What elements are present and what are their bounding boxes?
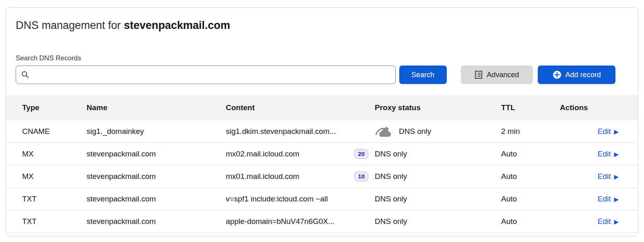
record-type: MX [22, 150, 87, 158]
record-content: apple-domain=bNuV47n6G0X... [226, 217, 334, 226]
advanced-button[interactable]: Advanced [461, 66, 533, 84]
proxy-cloud-icon [375, 125, 393, 137]
column-header-type: Type [22, 103, 87, 112]
column-header-name: Name [87, 103, 226, 112]
table-header-row: Type Name Content Proxy status TTL Actio… [6, 95, 638, 120]
search-button[interactable]: Search [399, 66, 447, 84]
record-name: stevenpackmail.com [87, 195, 226, 203]
priority-badge: 20 [354, 149, 368, 159]
record-content-cell: apple-domain=bNuV47n6G0X... [226, 217, 375, 226]
edit-link[interactable]: Edit ▶ [598, 172, 619, 181]
plus-circle-icon [553, 70, 561, 79]
record-content: mx01.mail.icloud.com [226, 172, 299, 181]
edit-link-label: Edit [598, 172, 611, 181]
proxy-status-label: DNS only [375, 172, 407, 181]
table-row: MX stevenpackmail.com mx02.mail.icloud.c… [6, 143, 638, 165]
record-name: stevenpackmail.com [87, 217, 226, 226]
edit-link[interactable]: Edit ▶ [598, 127, 619, 136]
record-content-cell: sig1.dkim.stevenpackmail.com... [226, 127, 375, 136]
record-ttl: Auto [501, 150, 560, 158]
record-content: v=spf1 include:icloud.com ~all [226, 195, 328, 203]
search-toolbar: Search Advanced Add record [16, 66, 615, 84]
record-actions-cell: Edit ▶ [560, 127, 619, 136]
dns-management-card: DNS management forstevenpackmail.com Sea… [6, 7, 638, 236]
search-button-label: Search [411, 71, 434, 79]
table-row: MX stevenpackmail.com mx01.mail.icloud.c… [6, 165, 638, 188]
page-title-prefix: DNS management for [16, 19, 121, 31]
column-header-actions: Actions [560, 103, 619, 112]
edit-arrow-icon: ▶ [614, 219, 619, 225]
record-type: TXT [22, 217, 87, 226]
dns-records-table: Type Name Content Proxy status TTL Actio… [6, 95, 638, 233]
search-box [16, 66, 396, 84]
edit-arrow-icon: ▶ [614, 196, 619, 202]
edit-link[interactable]: Edit ▶ [598, 195, 619, 203]
proxy-status-label: DNS only [375, 150, 407, 158]
record-content-cell: v=spf1 include:icloud.com ~all [226, 195, 375, 203]
proxy-status-cell: DNS only [375, 172, 501, 181]
proxy-status-cell: DNS only [375, 217, 501, 226]
edit-link-label: Edit [598, 150, 611, 158]
record-ttl: 2 min [501, 127, 560, 136]
record-actions-cell: Edit ▶ [560, 172, 619, 181]
record-actions-cell: Edit ▶ [560, 150, 619, 158]
column-header-content: Content [226, 103, 375, 112]
table-row: CNAME sig1._domainkey sig1.dkim.stevenpa… [6, 120, 638, 143]
edit-link-label: Edit [598, 217, 611, 226]
edit-arrow-icon: ▶ [614, 151, 619, 157]
record-type: CNAME [22, 127, 87, 136]
table-row: TXT stevenpackmail.com v=spf1 include:ic… [6, 188, 638, 210]
record-content-cell: mx01.mail.icloud.com 10 [226, 172, 375, 181]
record-type: MX [22, 172, 87, 181]
record-ttl: Auto [501, 217, 560, 226]
edit-link-label: Edit [598, 195, 611, 203]
page-title-domain: stevenpackmail.com [124, 19, 230, 31]
record-actions-cell: Edit ▶ [560, 195, 619, 203]
proxy-status-cell: DNS only [375, 125, 501, 137]
record-name: stevenpackmail.com [87, 172, 226, 181]
proxy-status-label: DNS only [375, 195, 407, 203]
proxy-status-label: DNS only [375, 217, 407, 226]
record-ttl: Auto [501, 195, 560, 203]
add-record-button-label: Add record [566, 71, 601, 79]
edit-link[interactable]: Edit ▶ [598, 217, 619, 226]
record-actions-cell: Edit ▶ [560, 217, 619, 226]
advanced-button-label: Advanced [487, 71, 519, 79]
column-header-proxy-status: Proxy status [375, 103, 501, 112]
table-row: TXT stevenpackmail.com apple-domain=bNuV… [6, 210, 638, 233]
table-body: CNAME sig1._domainkey sig1.dkim.stevenpa… [6, 120, 638, 233]
proxy-status-label: DNS only [399, 127, 431, 136]
record-content: sig1.dkim.stevenpackmail.com... [226, 127, 336, 136]
list-document-icon [475, 70, 483, 79]
column-header-ttl: TTL [501, 103, 560, 112]
record-content: mx02.mail.icloud.com [226, 150, 299, 158]
record-type: TXT [22, 195, 87, 203]
search-input[interactable] [16, 66, 396, 84]
page-title: DNS management forstevenpackmail.com [16, 19, 638, 32]
edit-link[interactable]: Edit ▶ [598, 150, 619, 158]
record-ttl: Auto [501, 172, 560, 181]
edit-arrow-icon: ▶ [614, 129, 619, 135]
priority-badge: 10 [354, 172, 368, 181]
record-name: sig1._domainkey [87, 127, 226, 136]
proxy-status-cell: DNS only [375, 195, 501, 203]
edit-link-label: Edit [598, 127, 611, 136]
proxy-status-cell: DNS only [375, 150, 501, 158]
search-label: Search DNS Records [16, 54, 638, 62]
add-record-button[interactable]: Add record [538, 66, 615, 84]
record-name: stevenpackmail.com [87, 150, 226, 158]
record-content-cell: mx02.mail.icloud.com 20 [226, 149, 375, 159]
search-icon [21, 70, 29, 79]
edit-arrow-icon: ▶ [614, 174, 619, 180]
